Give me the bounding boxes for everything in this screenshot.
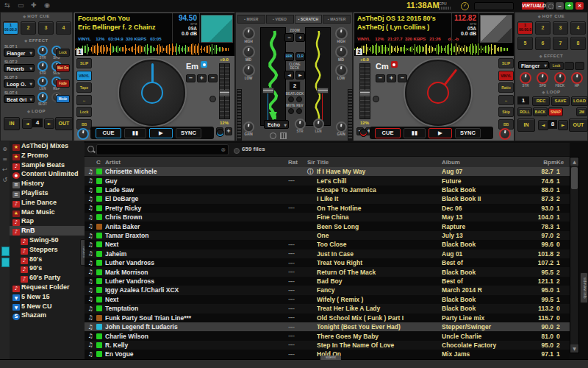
refresh-icon[interactable]: ↺ xyxy=(1,177,8,183)
tab-mixer[interactable]: MIXER xyxy=(237,15,265,24)
filter-knob-1[interactable] xyxy=(77,128,89,140)
clone-right-button[interactable]: ► xyxy=(295,71,305,79)
zoom-in-button[interactable]: + xyxy=(295,33,305,42)
globe-icon[interactable]: ◉ xyxy=(44,1,50,9)
table-row[interactable]: ♫R. Kelly·····Step In The Name Of LoveCh… xyxy=(85,341,570,350)
sidebar-item-content-unlimited[interactable]: ●Content Unlimited xyxy=(10,169,85,179)
master-effect-select[interactable]: Echo▼ xyxy=(264,120,289,129)
mode-button-slip[interactable]: SLIP xyxy=(76,58,92,68)
pitch-plus-button[interactable]: + xyxy=(225,127,232,135)
table-row[interactable]: ♫Next·····Too CloseBlack Book99.60 xyxy=(85,240,570,249)
clone-left-button[interactable]: ◄ xyxy=(284,71,294,79)
record-icon[interactable] xyxy=(270,132,276,139)
eq-mid-knob-left[interactable] xyxy=(243,46,255,58)
table-row[interactable]: ♫Lade SawEscape To JammicaBlack Book88.0… xyxy=(85,185,570,194)
effect-button-fade[interactable]: Fade xyxy=(56,79,70,88)
cue-button[interactable]: CUE xyxy=(96,128,121,138)
hotcue-button-3[interactable]: 3 xyxy=(553,21,568,35)
settings-gear-button[interactable] xyxy=(546,2,554,10)
table-row[interactable]: ♫El DeBargeI Like ItBlack Book II87.32 xyxy=(85,194,570,203)
effect-select[interactable]: Loop O.▼ xyxy=(4,79,35,88)
hotcue-button-1[interactable]: 100:00.0 xyxy=(517,21,533,35)
table-row[interactable]: ♫Next·····Wifely ( Remix )Black Book99.5… xyxy=(85,295,570,304)
decks-icon[interactable]: ✚ xyxy=(31,1,37,9)
hotcue-button-1[interactable]: 100:00.0 xyxy=(3,21,18,35)
effect-select[interactable]: Flanger▼ xyxy=(518,61,549,69)
close-button[interactable]: × xyxy=(576,2,584,10)
mute-led-left[interactable] xyxy=(288,108,294,114)
automix-tab[interactable] xyxy=(1,247,10,256)
mute-led-right[interactable] xyxy=(296,108,302,114)
eq-high-knob-left[interactable] xyxy=(243,27,255,40)
loop-half-button[interactable]: ◄ xyxy=(538,120,548,130)
table-row[interactable]: ♫Chris BrownFine ChinaMay 13104.01 xyxy=(85,213,570,222)
sidebar-item-asthedj-mixes[interactable]: ★AsTheDj Mixes xyxy=(10,141,85,151)
table-row[interactable]: ♫Pretty Ricky·····On The HotlineDec 0693… xyxy=(85,204,570,213)
col-sir[interactable]: Sir xyxy=(307,159,317,166)
table-row[interactable]: ♫Iggy Azalea f./Charli XCX·····FancyMarc… xyxy=(85,286,570,294)
hotcue-button-4[interactable]: 4 xyxy=(56,21,71,35)
mode-button-slip[interactable]: SLIP xyxy=(498,58,514,68)
pitch-fader[interactable] xyxy=(359,63,370,119)
sidebar-item-5-new-cu[interactable]: ▼5 New CU xyxy=(10,302,85,311)
mode-button-[interactable]: ↔ xyxy=(498,95,514,105)
effect-knob-spd[interactable] xyxy=(537,72,548,84)
zoom-out-button[interactable]: − xyxy=(284,33,294,42)
effect-knob-1[interactable] xyxy=(37,92,48,102)
table-scrollbar[interactable]: ▲ ▼ xyxy=(570,157,579,353)
sideview-vertical-tab[interactable]: sideview info xyxy=(580,272,588,303)
hotcue-button-3[interactable]: 3 xyxy=(38,21,54,35)
scroll-thumb[interactable] xyxy=(571,167,578,189)
save-button[interactable]: SAVE xyxy=(551,96,570,106)
snap-button[interactable]: SNAP xyxy=(548,107,563,116)
beatlock-led-left[interactable] xyxy=(288,96,294,102)
sidebar-item-swing-50[interactable]: ♪Swing-50 xyxy=(10,236,85,245)
volume-fader-right[interactable] xyxy=(317,86,327,121)
sidebar-item-steppers[interactable]: ♪Steppers xyxy=(10,245,85,255)
hotcue-button-6[interactable]: 6 xyxy=(535,37,551,50)
effect-knob-1[interactable] xyxy=(37,77,48,87)
loop-in-button[interactable]: IN xyxy=(517,118,535,132)
table-row[interactable]: ♫Mark Morrison·····Return Of The MackBla… xyxy=(85,267,570,276)
pitch-fader[interactable] xyxy=(219,63,230,119)
effect-knob-fbck[interactable] xyxy=(554,72,566,84)
mode-button-tape[interactable]: Tape xyxy=(76,82,92,93)
play-button[interactable]: ▶ xyxy=(429,128,452,138)
table-row[interactable]: ♫Anita BakerBeen So LongRapture78.31 xyxy=(85,222,570,230)
scroll-down-icon[interactable]: ▼ xyxy=(570,344,578,353)
history-back-icon[interactable]: ↩ xyxy=(1,166,8,173)
window-layout-icon[interactable]: ▭ xyxy=(18,1,24,9)
key-reset-button[interactable]: − xyxy=(398,74,407,82)
table-row[interactable]: ♫John Legend ft Ludacris·····Tonight (Be… xyxy=(85,322,570,331)
eq-low-knob-left[interactable] xyxy=(243,64,255,77)
hotcue-button-2[interactable]: 2 xyxy=(21,21,36,35)
effect-blank-button-2[interactable] xyxy=(575,62,584,70)
table-row[interactable]: ♫Jaheim·····Just In CaseAug 01101.82 xyxy=(85,250,570,258)
back-button[interactable]: BACK xyxy=(533,107,548,116)
sidebar-item-playlists[interactable]: ≡Playlists xyxy=(10,188,85,198)
eq-high-knob-right[interactable] xyxy=(335,27,348,40)
table-row[interactable]: ♫Luther Vandross·····Bad BoyBest of121.1… xyxy=(85,277,570,286)
table-row[interactable]: ♫Chrisette MicheleⓘIf I Have My WayAug 0… xyxy=(85,167,570,176)
filter-knob-2[interactable] xyxy=(499,128,511,140)
pitch-handle[interactable] xyxy=(219,90,230,96)
effect-select[interactable]: Beat Gri▼ xyxy=(4,95,35,103)
clear-button[interactable]: CLR xyxy=(295,52,305,61)
tab-scratch[interactable]: SCRATCH xyxy=(295,15,323,24)
sidelist-tab[interactable]: sidelist xyxy=(320,355,341,360)
len2-button[interactable]: 2M xyxy=(576,107,587,116)
tab-master[interactable]: MASTER xyxy=(323,15,351,24)
effect-knob-str[interactable] xyxy=(520,72,531,84)
key-down-button[interactable]: − xyxy=(376,74,385,82)
table-row[interactable]: ♫Guy·····Let's ChillFuture74.61 xyxy=(85,176,570,185)
table-row[interactable]: ♫Funk Party Soul Trian Line***·····Old S… xyxy=(85,314,570,322)
sync-button[interactable]: SYNC xyxy=(176,128,201,138)
mode-button-[interactable]: ↔ xyxy=(76,95,92,105)
minimize-button[interactable]: – xyxy=(556,2,564,10)
rec-button[interactable]: REC xyxy=(532,96,550,106)
hotcue-button-4[interactable]: 4 xyxy=(570,21,586,35)
sidelist-tab-strip[interactable] xyxy=(1,258,10,267)
mode-button-skip[interactable]: Skip xyxy=(498,107,514,117)
broadcast-icon[interactable]: ⇆ xyxy=(4,1,10,9)
keylock-icon[interactable] xyxy=(391,61,398,68)
